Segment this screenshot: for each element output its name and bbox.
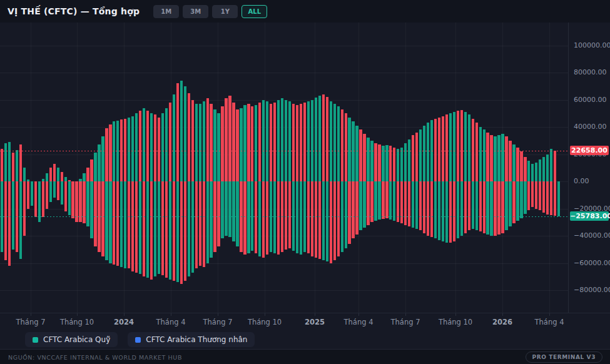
bar-up[interactable] xyxy=(243,105,246,181)
bar-down[interactable] xyxy=(273,181,276,253)
bar-up[interactable] xyxy=(139,111,141,181)
bar-down[interactable] xyxy=(359,181,362,230)
bar-down[interactable] xyxy=(116,181,119,266)
bar-up[interactable] xyxy=(90,159,93,181)
bar-up[interactable] xyxy=(288,101,291,181)
bar-up[interactable] xyxy=(277,100,280,182)
range-button-all[interactable]: ALL xyxy=(241,5,267,18)
bar-up[interactable] xyxy=(61,172,63,181)
bar-down[interactable] xyxy=(42,181,44,217)
bar-down[interactable] xyxy=(120,181,123,267)
bar-down[interactable] xyxy=(288,181,291,248)
bar-down[interactable] xyxy=(195,181,198,268)
bar-up[interactable] xyxy=(460,110,463,181)
bar-down[interactable] xyxy=(389,181,392,220)
bar-up[interactable] xyxy=(199,104,201,181)
bar-up[interactable] xyxy=(449,113,452,181)
bar-up[interactable] xyxy=(86,168,89,181)
bar-up[interactable] xyxy=(128,118,130,181)
bar-up[interactable] xyxy=(105,128,108,181)
bar-up[interactable] xyxy=(355,126,358,181)
bar-down[interactable] xyxy=(46,181,48,209)
bar-up[interactable] xyxy=(46,173,48,181)
bar-down[interactable] xyxy=(228,181,231,237)
bar-up[interactable] xyxy=(408,139,410,181)
bar-up[interactable] xyxy=(262,100,265,182)
bar-up[interactable] xyxy=(427,123,429,181)
bar-down[interactable] xyxy=(307,181,310,253)
bar-up[interactable] xyxy=(64,177,67,181)
bar-up[interactable] xyxy=(221,106,223,181)
bar-down[interactable] xyxy=(326,181,328,261)
bar-down[interactable] xyxy=(225,181,227,236)
bar-down[interactable] xyxy=(419,181,422,230)
bar-up[interactable] xyxy=(251,106,253,181)
bar-down[interactable] xyxy=(322,181,325,260)
bar-up[interactable] xyxy=(232,103,235,181)
bar-down[interactable] xyxy=(158,181,160,274)
bar-down[interactable] xyxy=(199,181,201,266)
bar-up[interactable] xyxy=(520,151,522,181)
bar-down[interactable] xyxy=(296,181,298,253)
bar-up[interactable] xyxy=(210,104,212,181)
bar-down[interactable] xyxy=(449,181,452,243)
bar-down[interactable] xyxy=(34,181,37,217)
bar-up[interactable] xyxy=(550,149,552,181)
bar-up[interactable] xyxy=(348,118,350,181)
bar-down[interactable] xyxy=(385,181,388,218)
bar-down[interactable] xyxy=(430,181,433,237)
bar-down[interactable] xyxy=(266,181,268,255)
bar-up[interactable] xyxy=(531,164,534,181)
bar-up[interactable] xyxy=(367,138,369,181)
bar-up[interactable] xyxy=(434,119,437,181)
bar-down[interactable] xyxy=(539,181,541,210)
bar-up[interactable] xyxy=(542,157,545,181)
bar-up[interactable] xyxy=(217,113,220,181)
bar-down[interactable] xyxy=(262,181,265,258)
bar-up[interactable] xyxy=(400,148,403,181)
bar-down[interactable] xyxy=(363,181,365,228)
bar-up[interactable] xyxy=(363,134,365,181)
bar-down[interactable] xyxy=(49,181,52,202)
bar-up[interactable] xyxy=(352,121,354,181)
bar-up[interactable] xyxy=(173,94,175,181)
bar-up[interactable] xyxy=(8,142,11,181)
y-axis[interactable]: 100000.0080000.0060000.0040000.0020000.0… xyxy=(568,23,610,313)
bar-up[interactable] xyxy=(419,129,422,181)
bar-up[interactable] xyxy=(311,100,313,182)
legend-item-1[interactable]: CFTC Arabica Thương nhân xyxy=(128,332,255,347)
bar-up[interactable] xyxy=(255,105,257,181)
bar-down[interactable] xyxy=(135,181,138,273)
bar-down[interactable] xyxy=(184,181,186,281)
bar-down[interactable] xyxy=(550,181,552,215)
bar-up[interactable] xyxy=(16,150,18,181)
bar-down[interactable] xyxy=(300,181,302,255)
bar-down[interactable] xyxy=(83,181,85,223)
bar-down[interactable] xyxy=(86,181,89,226)
range-button-3m[interactable]: 3M xyxy=(183,5,208,18)
bar-down[interactable] xyxy=(374,181,377,221)
bar-down[interactable] xyxy=(468,181,470,230)
bar-down[interactable] xyxy=(12,181,14,250)
bar-up[interactable] xyxy=(423,126,425,181)
bar-down[interactable] xyxy=(94,181,96,246)
bar-up[interactable] xyxy=(23,168,26,181)
bar-down[interactable] xyxy=(173,181,175,281)
bar-down[interactable] xyxy=(557,181,560,216)
bar-up[interactable] xyxy=(150,113,153,181)
bar-up[interactable] xyxy=(83,173,85,181)
bar-down[interactable] xyxy=(27,181,29,209)
bar-down[interactable] xyxy=(150,181,153,280)
bar-down[interactable] xyxy=(497,181,500,235)
bar-down[interactable] xyxy=(188,181,190,276)
bar-down[interactable] xyxy=(404,181,407,225)
bar-down[interactable] xyxy=(378,181,380,220)
bar-up[interactable] xyxy=(397,149,399,181)
bar-down[interactable] xyxy=(109,181,111,263)
bar-up[interactable] xyxy=(341,109,343,181)
bar-up[interactable] xyxy=(266,101,268,181)
bar-down[interactable] xyxy=(113,181,115,265)
range-button-1m[interactable]: 1M xyxy=(153,5,179,18)
bar-down[interactable] xyxy=(400,181,403,223)
bar-up[interactable] xyxy=(464,112,467,181)
